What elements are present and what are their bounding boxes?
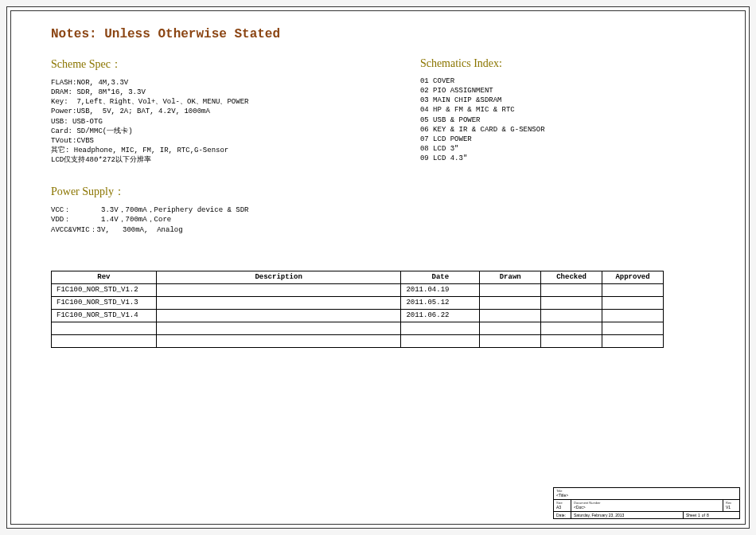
tb-docnum-label: Document Number bbox=[574, 501, 720, 505]
revision-table-body: F1C100_NOR_STD_V1.2 2011.04.19 F1C100_NO… bbox=[52, 283, 664, 347]
cell-drawn bbox=[480, 283, 541, 296]
cell-rev: F1C100_NOR_STD_V1.2 bbox=[52, 283, 157, 296]
tb-rev: Rev V1 bbox=[723, 500, 739, 511]
scheme-spec-header: Scheme Spec： bbox=[51, 57, 364, 72]
sheet-frame: Notes: Unless Otherwise Stated Scheme Sp… bbox=[6, 6, 750, 529]
cell-rev bbox=[52, 334, 157, 347]
power-supply-header: Power Supply： bbox=[51, 185, 364, 199]
cell-checked bbox=[541, 296, 602, 309]
cell-checked bbox=[541, 309, 602, 322]
scheme-spec-text: FLASH:NOR, 4M,3.3V DRAM: SDR, 8M*16, 3.3… bbox=[51, 78, 364, 165]
cell-description bbox=[156, 334, 401, 347]
tb-title: Title <Title> bbox=[554, 488, 739, 499]
tb-date-label: Date: bbox=[556, 513, 566, 517]
cell-date bbox=[401, 322, 480, 334]
inner-frame: Notes: Unless Otherwise Stated Scheme Sp… bbox=[10, 10, 746, 525]
tb-sheet-label: Sheet bbox=[686, 513, 696, 518]
table-row: F1C100_NOR_STD_V1.2 2011.04.19 bbox=[52, 283, 664, 296]
cell-drawn bbox=[480, 296, 541, 309]
header-approved: Approved bbox=[602, 271, 664, 283]
header-drawn: Drawn bbox=[480, 271, 541, 283]
cell-checked bbox=[541, 283, 602, 296]
tb-date-label-cell: Date: bbox=[554, 512, 571, 519]
tb-rev-value: V1 bbox=[726, 505, 731, 510]
cell-date: 2011.05.12 bbox=[401, 296, 480, 309]
cell-drawn bbox=[480, 322, 541, 334]
tb-of-label: of bbox=[702, 513, 705, 518]
cell-description bbox=[156, 309, 401, 322]
schematics-index-text: 01 COVER 02 PIO ASSIGNMENT 03 MAIN CHIP … bbox=[420, 76, 705, 163]
tb-date-value: Saturday, February 23, 2013 bbox=[574, 513, 624, 517]
cell-description bbox=[156, 283, 401, 296]
cell-date bbox=[401, 334, 480, 347]
tb-sheet-cell: Sheet 1 of 8 bbox=[684, 512, 739, 519]
tb-docnum-value: <Doc> bbox=[574, 505, 586, 510]
cell-description bbox=[156, 322, 401, 334]
cell-drawn bbox=[480, 334, 541, 347]
tb-of-value: 8 bbox=[707, 513, 709, 518]
right-column: Schematics Index: 01 COVER 02 PIO ASSIGN… bbox=[396, 57, 705, 235]
cell-rev: F1C100_NOR_STD_V1.3 bbox=[52, 296, 157, 309]
schematics-index-header: Schematics Index: bbox=[420, 57, 705, 70]
cell-description bbox=[156, 296, 401, 309]
cell-approved bbox=[602, 296, 664, 309]
cell-date: 2011.04.19 bbox=[401, 283, 480, 296]
cell-checked bbox=[541, 334, 602, 347]
title-block: Title <Title> Size A3 Document Number <D… bbox=[553, 487, 740, 519]
cell-approved bbox=[602, 283, 664, 296]
cell-drawn bbox=[480, 309, 541, 322]
tb-title-label: Title bbox=[556, 489, 737, 493]
header-description: Description bbox=[156, 271, 401, 283]
power-supply-text: VCC： 3.3V，700mA，Periphery device & SDR V… bbox=[51, 205, 364, 234]
tb-title-value: <Title> bbox=[556, 493, 568, 498]
header-rev: Rev bbox=[52, 271, 157, 283]
cell-rev bbox=[52, 322, 157, 334]
title-block-row-title: Title <Title> bbox=[554, 488, 739, 500]
table-row bbox=[52, 334, 664, 347]
table-row: F1C100_NOR_STD_V1.4 2011.06.22 bbox=[52, 309, 664, 322]
cell-checked bbox=[541, 322, 602, 334]
tb-date-value-cell: Saturday, February 23, 2013 bbox=[571, 512, 684, 519]
revision-table: Rev Description Date Drawn Checked Appro… bbox=[51, 271, 664, 348]
tb-docnum: Document Number <Doc> bbox=[571, 500, 723, 511]
left-column: Scheme Spec： FLASH:NOR, 4M,3.3V DRAM: SD… bbox=[51, 57, 364, 235]
cell-approved bbox=[602, 309, 664, 322]
power-supply-section: Power Supply： VCC： 3.3V，700mA，Periphery … bbox=[51, 185, 364, 234]
title-block-row-date: Date: Saturday, February 23, 2013 Sheet … bbox=[554, 512, 739, 519]
page-title: Notes: Unless Otherwise Stated bbox=[51, 27, 705, 41]
title-block-row-doc: Size A3 Document Number <Doc> Rev V1 bbox=[554, 500, 739, 512]
tb-sheet-value: 1 bbox=[698, 513, 700, 518]
cell-approved bbox=[602, 322, 664, 334]
tb-size-value: A3 bbox=[556, 505, 561, 510]
header-checked: Checked bbox=[541, 271, 602, 283]
header-date: Date bbox=[401, 271, 480, 283]
table-header-row: Rev Description Date Drawn Checked Appro… bbox=[52, 271, 664, 283]
tb-size: Size A3 bbox=[554, 500, 571, 511]
cell-approved bbox=[602, 334, 664, 347]
content-area: Notes: Unless Otherwise Stated Scheme Sp… bbox=[51, 27, 705, 348]
table-row: F1C100_NOR_STD_V1.3 2011.05.12 bbox=[52, 296, 664, 309]
two-column-layout: Scheme Spec： FLASH:NOR, 4M,3.3V DRAM: SD… bbox=[51, 57, 705, 235]
table-row bbox=[52, 322, 664, 334]
cell-rev: F1C100_NOR_STD_V1.4 bbox=[52, 309, 157, 322]
cell-date: 2011.06.22 bbox=[401, 309, 480, 322]
